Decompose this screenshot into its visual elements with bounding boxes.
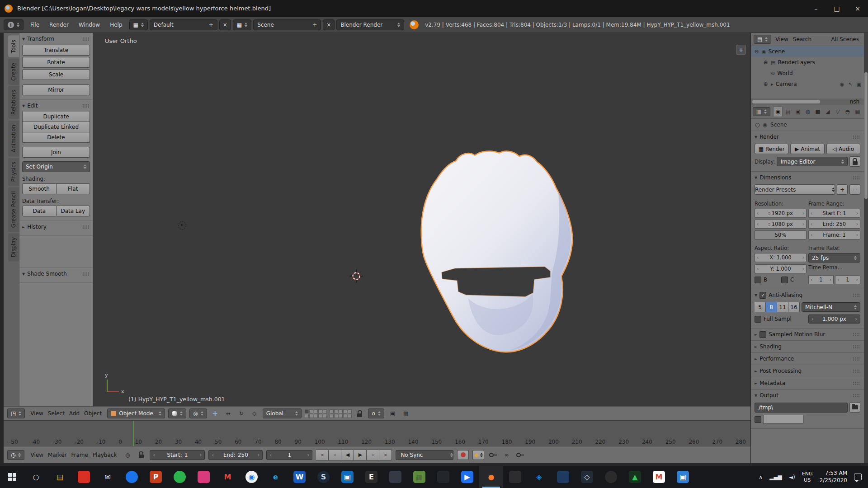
transform-button[interactable]: Scale	[22, 69, 90, 80]
outliner-row-renderlayers[interactable]: ⊕ ▤ RenderLayers	[751, 57, 864, 68]
layers-widget[interactable]	[305, 409, 352, 418]
render-audio-button[interactable]: ◁Audio	[826, 144, 860, 154]
panel-header[interactable]: Post Processing	[755, 366, 860, 375]
properties-tab-icon[interactable]: ◍	[803, 106, 812, 117]
edit-button[interactable]: Delete	[22, 132, 90, 143]
translate-manipulator-icon[interactable]: ↔	[223, 408, 233, 418]
properties-tab-icon[interactable]: ◓	[843, 106, 852, 117]
app-blue-image-icon[interactable]: ▣	[671, 466, 695, 488]
app-m-red-icon[interactable]: M	[216, 466, 240, 488]
outliner-row-scene[interactable]: ⊖ ◉ Scene	[751, 46, 864, 57]
properties-tab-icon[interactable]: ▽	[833, 106, 842, 117]
properties-tab-icon[interactable]: ▣	[793, 106, 802, 117]
remove-preset-button[interactable]: −	[849, 184, 860, 195]
app-green-icon[interactable]: ▲	[623, 466, 647, 488]
menu-item[interactable]: Window	[74, 22, 105, 28]
aa-samples-button[interactable]: 11	[777, 302, 788, 312]
network-icon[interactable]: ▂▄▆	[769, 474, 782, 480]
render-button[interactable]: ▦Render	[755, 144, 788, 154]
add-preset-button[interactable]: +	[837, 184, 848, 195]
aspect-x-field[interactable]: X: 1.000	[755, 253, 807, 262]
maps-icon[interactable]	[168, 466, 192, 488]
menu-item[interactable]: Marker	[46, 452, 69, 458]
insert-keyframe-icon[interactable]	[488, 450, 498, 460]
display-mode-dropdown[interactable]: Image Editor	[777, 157, 848, 166]
action-center-icon[interactable]	[854, 474, 862, 480]
output-path-field[interactable]: /tmp\	[755, 403, 848, 413]
menu-item[interactable]: Object	[82, 410, 104, 417]
outliner-scrollbar[interactable]	[751, 99, 864, 105]
app-red-icon[interactable]	[72, 466, 96, 488]
lock-time-icon[interactable]	[136, 450, 146, 460]
scene-browse-button[interactable]: ▦	[233, 19, 251, 30]
hidden-icons-button[interactable]: ∧	[759, 474, 763, 480]
lock-interface-button[interactable]	[849, 156, 860, 167]
transform-orientation-dropdown[interactable]: Global	[263, 408, 302, 418]
steam-icon[interactable]: S	[311, 466, 335, 488]
collapse-icon[interactable]: ⊖	[754, 48, 760, 55]
app-blue-round-icon[interactable]	[120, 466, 144, 488]
render-presets-dropdown[interactable]: Render Presets	[755, 184, 835, 195]
panel-header[interactable]: Transform	[22, 34, 90, 43]
tool-shelf-tab[interactable]: Relations	[8, 86, 19, 119]
app-dark-3-icon[interactable]	[503, 466, 527, 488]
minecraft-icon[interactable]: ▦	[407, 466, 431, 488]
panel-grip-icon[interactable]	[853, 381, 860, 385]
epic-games-icon[interactable]: E	[359, 466, 383, 488]
panel-header[interactable]: Render	[755, 132, 860, 141]
delete-scene-button[interactable]: ×	[323, 19, 335, 30]
frame-step-field[interactable]: Frame: 1	[808, 230, 860, 239]
opengl-render-anim-icon[interactable]: ▦	[401, 408, 410, 418]
playback-button[interactable]: «	[316, 450, 329, 460]
menu-item[interactable]: Help	[105, 22, 127, 28]
gmail-icon[interactable]: M	[647, 466, 671, 488]
panel-header[interactable]: Shade Smooth	[22, 269, 90, 278]
search-icon[interactable]: ○	[24, 466, 48, 488]
full-sample-checkbox[interactable]	[755, 316, 761, 323]
outliner-row-camera[interactable]: ⊕ ▸ Camera ◉ ↖ ▣	[751, 79, 864, 89]
panel-header[interactable]: Anti-Aliasing	[755, 291, 860, 300]
menu-item[interactable]: View	[28, 452, 45, 458]
editor-type-button[interactable]: i	[4, 19, 24, 30]
tool-shelf-tab[interactable]: Grease Pencil	[8, 187, 19, 232]
menu-item[interactable]: File	[25, 22, 44, 28]
expand-icon[interactable]: ⊕	[763, 81, 769, 87]
playback-button[interactable]: ›	[367, 450, 379, 460]
playback-button[interactable]: ‹	[329, 450, 341, 460]
menu-item[interactable]: Playback	[90, 452, 119, 458]
delete-keyframe-icon[interactable]	[515, 450, 525, 460]
remap-new-field[interactable]: 1	[835, 275, 860, 284]
app-dark-2-icon[interactable]	[431, 466, 455, 488]
data-layout-button[interactable]: Data Lay	[57, 206, 90, 216]
playback-button[interactable]: ◀	[341, 450, 354, 460]
anti-aliasing-checkbox[interactable]	[760, 292, 766, 299]
tool-shelf-tab[interactable]: Physics	[8, 158, 19, 186]
panel-header[interactable]: Edit	[22, 101, 90, 110]
filter-size-field[interactable]: 1.000 px	[808, 314, 860, 324]
chrome-icon[interactable]: ◉	[240, 466, 264, 488]
preview-range-icon[interactable]: ◎	[123, 450, 132, 460]
data-button[interactable]: Data	[22, 206, 57, 216]
opengl-render-icon[interactable]: ▣	[387, 408, 397, 418]
rotate-manipulator-icon[interactable]: ↻	[236, 408, 246, 418]
current-frame-field[interactable]: 1	[266, 450, 312, 460]
panel-grip-icon[interactable]	[82, 272, 90, 276]
app-dark-1-icon[interactable]	[383, 466, 407, 488]
word-icon[interactable]: W	[288, 466, 311, 488]
panel-header[interactable]: Metadata	[755, 379, 860, 388]
menu-item[interactable]: Search	[791, 36, 814, 42]
renderable-icon[interactable]: ▣	[857, 81, 861, 87]
link-icon[interactable]: ∞	[501, 450, 511, 460]
end-frame-field[interactable]: End: 250	[808, 220, 860, 229]
tool-shelf-tab[interactable]: Tools	[8, 36, 19, 57]
unity-icon[interactable]: ◇	[575, 466, 599, 488]
menu-item[interactable]: Frame	[69, 452, 90, 458]
panel-header[interactable]: Dimensions	[755, 173, 860, 182]
editor-type-button[interactable]: ◷	[7, 450, 24, 460]
scrollbar-thumb[interactable]	[752, 100, 820, 103]
resolution-percentage-slider[interactable]: 50%	[755, 230, 807, 239]
close-button[interactable]: ×	[847, 0, 868, 17]
helmet-model[interactable]	[415, 150, 581, 358]
menu-item[interactable]: Add	[67, 410, 82, 417]
resolution-y-field[interactable]: : 1080 px	[755, 220, 807, 229]
